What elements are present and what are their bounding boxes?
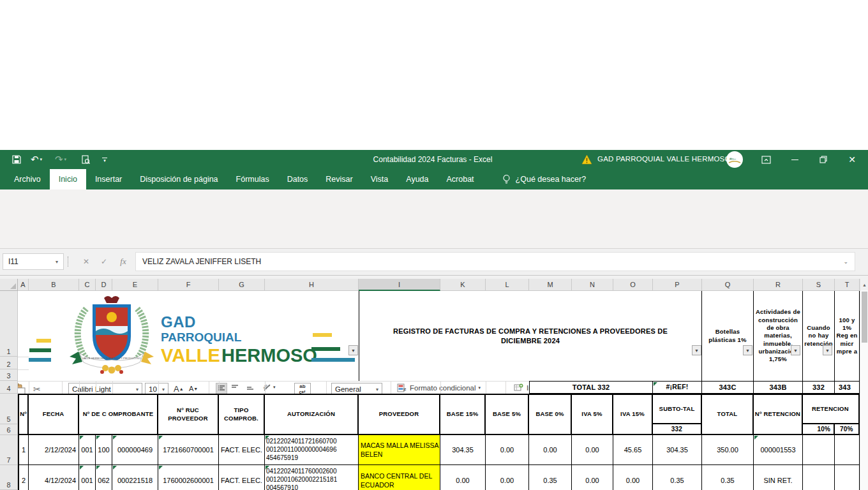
column-header-r[interactable]: R <box>754 279 803 291</box>
customize-qat-button[interactable]: ▾ <box>100 152 110 167</box>
cell-s4[interactable]: 332 <box>803 381 835 394</box>
scrollbar-thumb[interactable] <box>862 292 867 343</box>
row-header-5[interactable]: 5 <box>0 394 18 424</box>
cell-g8-tipo[interactable]: FACT. ELEC. <box>219 465 265 490</box>
print-preview-button[interactable] <box>79 152 92 167</box>
row-header-1[interactable]: 1 <box>0 291 18 357</box>
cell-h8-autorizacion[interactable]: 0412202401176000260000120010620002215181… <box>265 465 359 490</box>
column-header-k[interactable]: K <box>440 279 486 291</box>
column-header-b[interactable]: B <box>29 279 79 291</box>
cell-m8[interactable]: 0.35 <box>529 465 572 490</box>
header-base0[interactable]: BASE 0% <box>529 395 572 435</box>
cell-c7[interactable]: 001 <box>79 435 96 465</box>
scroll-up-button[interactable]: ▲ <box>860 279 868 290</box>
filter-button-title-cell[interactable]: ▼ <box>692 345 701 355</box>
row-header-6[interactable]: 6 <box>0 424 18 435</box>
cell-a7[interactable]: 1 <box>19 435 29 465</box>
formula-input[interactable]: VELIZ ZAVALA JENIFFER LISETH ⌄ <box>135 252 855 271</box>
header-total[interactable]: TOTAL <box>702 395 754 435</box>
cut-button[interactable]: ✂ <box>33 384 41 394</box>
cell-d7[interactable]: 100 <box>96 435 112 465</box>
column-header-l[interactable]: L <box>486 279 529 291</box>
cell-s7[interactable] <box>803 435 835 465</box>
column-header-g[interactable]: G <box>219 279 265 291</box>
filter-button-s1[interactable]: ▼ <box>823 345 832 355</box>
header-ret70[interactable]: 70% <box>835 424 860 435</box>
header-ret10[interactable]: 10% <box>803 424 835 435</box>
cell-p7[interactable]: 304.35 <box>653 435 702 465</box>
cell-t4[interactable]: 343 <box>835 381 860 394</box>
cell-p8[interactable]: 0.35 <box>653 465 702 490</box>
tab-archivo[interactable]: Archivo <box>5 169 50 189</box>
align-top-button[interactable] <box>216 383 227 394</box>
cell-d8[interactable]: 062 <box>96 465 112 490</box>
column-header-s[interactable]: S <box>803 279 835 291</box>
filter-button-q1[interactable]: ▼ <box>743 345 752 355</box>
header-tipo[interactable]: TIPO COMPROB. <box>219 395 265 435</box>
vertical-scrollbar[interactable]: ▲ <box>860 279 868 490</box>
header-base15[interactable]: BASE 15% <box>440 395 486 435</box>
cell-m7[interactable]: 0.00 <box>529 435 572 465</box>
redo-button[interactable]: ↷▾ <box>52 152 69 167</box>
cell-n8[interactable]: 0.00 <box>572 465 613 490</box>
tab-insertar[interactable]: Insertar <box>86 169 131 189</box>
column-header-f[interactable]: F <box>158 279 219 291</box>
cell-n7[interactable]: 0.00 <box>572 435 613 465</box>
decrease-font-button[interactable]: A▼ <box>189 385 198 392</box>
column-header-d[interactable]: D <box>96 279 112 291</box>
tab-vista[interactable]: Vista <box>362 169 398 189</box>
cell-q4[interactable]: 343C <box>702 381 754 394</box>
cell-t7[interactable] <box>835 435 860 465</box>
formula-bar-expand[interactable]: ⌄ <box>843 258 848 265</box>
save-button[interactable] <box>10 152 23 167</box>
cell-o8[interactable]: 0.00 <box>613 465 653 490</box>
header-subtotal[interactable]: SUBTO-TAL <box>653 395 702 424</box>
conditional-format-button[interactable]: ≠ Formato condicional▾ <box>397 383 481 392</box>
row-header-7[interactable]: 7 <box>0 435 18 465</box>
cell-i7-proveedor[interactable]: MACAS MALLA MELISSA BELEN <box>359 435 440 465</box>
tab-acrobat[interactable]: Acrobat <box>438 169 483 189</box>
cell-l8[interactable]: 0.00 <box>486 465 529 490</box>
cell-e7[interactable]: 000000469 <box>112 435 158 465</box>
account-name[interactable]: GAD PARROQUIAL VALLE HERMOSO <box>597 155 731 163</box>
logo-cell[interactable]: VALLE HERMOSO TURÍSTICO Y PRODUCTIVO GAD… <box>29 291 359 381</box>
filter-button-logo-cell[interactable]: ▼ <box>348 345 358 355</box>
header-retencion[interactable]: RETENCION <box>803 395 860 424</box>
cell-b8-fecha[interactable]: 4/12/2024 <box>29 465 79 490</box>
header-ruc[interactable]: Nº RUC PROVEEDOR <box>158 395 219 435</box>
header-base5[interactable]: BASE 5% <box>486 395 529 435</box>
column-header-n[interactable]: N <box>572 279 613 291</box>
tab-inicio[interactable]: Inicio <box>50 169 86 189</box>
tell-me-box[interactable]: ¿Qué desea hacer? <box>493 169 595 189</box>
cell-h7-autorizacion[interactable]: 0212202401172166070000120011000000004696… <box>265 435 359 465</box>
align-bottom-button[interactable] <box>246 385 254 392</box>
cell-a8[interactable]: 2 <box>19 465 29 490</box>
tab-disposicion[interactable]: Disposición de página <box>131 169 227 189</box>
column-header-h[interactable]: H <box>265 279 359 291</box>
row-header-3[interactable]: 3 <box>0 369 18 381</box>
row-header-4[interactable]: 4 <box>0 381 18 394</box>
cell-f8-ruc[interactable]: 1760002600001 <box>158 465 219 490</box>
filter-button-r1[interactable]: ▼ <box>791 345 800 355</box>
increase-font-button[interactable]: A▲ <box>174 384 184 394</box>
cell-c8[interactable]: 001 <box>79 465 96 490</box>
cell-k7[interactable]: 304.35 <box>440 435 486 465</box>
header-t1[interactable]: 100 y 1% Reg en micr mpre a <box>835 291 860 381</box>
restore-button[interactable] <box>816 152 830 167</box>
select-all-corner[interactable] <box>0 279 18 291</box>
cell-s8[interactable] <box>803 465 835 490</box>
tab-formulas[interactable]: Fórmulas <box>227 169 278 189</box>
column-header-c[interactable]: C <box>79 279 96 291</box>
header-s1[interactable]: Cuando no hay retención <box>803 291 835 381</box>
cell-r7-retencion[interactable]: 000001553 <box>754 435 803 465</box>
ribbon-display-options-button[interactable] <box>760 152 772 167</box>
report-title-cell[interactable]: REGISTRO DE FACTURAS DE COMPRA Y RETENCI… <box>359 291 702 381</box>
cell-t8[interactable] <box>835 465 860 490</box>
header-comprobante[interactable]: Nº DE C OMPROBANTE <box>79 395 158 435</box>
cell-r4[interactable]: 343B <box>754 381 803 394</box>
enter-button[interactable]: ✓ <box>97 255 111 269</box>
header-autorizacion[interactable]: AUTORIZACIÓN <box>265 395 359 435</box>
cell-g7-tipo[interactable]: FACT. ELEC. <box>219 435 265 465</box>
cell-k8[interactable]: 0.00 <box>440 465 486 490</box>
header-subtotal-num[interactable]: 332 <box>653 424 702 435</box>
